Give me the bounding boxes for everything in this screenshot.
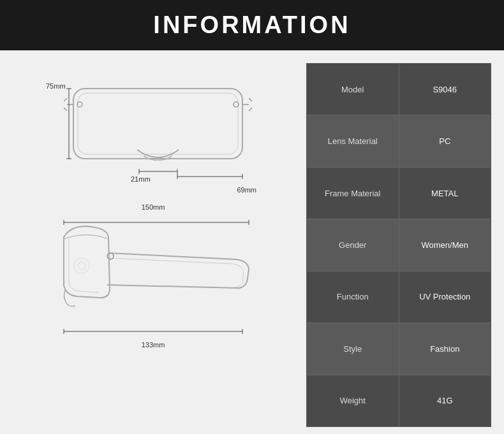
info-label-3: Gender	[307, 219, 399, 270]
info-row-style: StyleFashion	[307, 323, 491, 375]
dimension-69mm: 69mm	[237, 186, 256, 194]
info-label-0: Model	[307, 64, 399, 115]
dimension-150mm: 150mm	[142, 203, 165, 211]
front-view-svg	[64, 82, 252, 181]
main-content: 75mm 21mm 69mm	[0, 50, 504, 433]
info-row-gender: GenderWomen/Men	[307, 219, 491, 271]
front-view-diagram: 75mm 21mm 69mm	[45, 69, 262, 197]
info-label-4: Function	[307, 271, 399, 322]
svg-point-19	[74, 258, 89, 273]
diagrams-section: 75mm 21mm 69mm	[13, 63, 293, 427]
svg-rect-1	[78, 93, 238, 154]
info-row-frame-material: Frame MaterialMETAL	[307, 168, 491, 219]
header-bar: INFORMATION	[0, 0, 504, 50]
info-row-lens-material: Lens MaterialPC	[307, 115, 491, 167]
info-label-5: Style	[307, 323, 399, 374]
info-label-1: Lens Material	[307, 115, 399, 166]
info-value-3: Women/Men	[399, 219, 491, 270]
side-view-svg	[51, 215, 255, 339]
svg-point-20	[78, 262, 85, 270]
info-row-model: ModelS9046	[307, 64, 491, 115]
info-row-function: FunctionUV Protection	[307, 271, 491, 323]
info-label-2: Frame Material	[307, 168, 399, 219]
info-label-6: Weight	[307, 375, 399, 426]
svg-rect-0	[73, 89, 242, 159]
info-value-0: S9046	[399, 64, 491, 115]
info-value-5: Fashion	[399, 323, 491, 374]
info-value-2: METAL	[399, 168, 491, 219]
side-view-diagram: 150mm 133mm	[38, 203, 268, 350]
info-value-6: 41G	[399, 375, 491, 426]
dimension-75mm: 75mm	[46, 82, 66, 90]
page-title: INFORMATION	[153, 11, 350, 38]
info-row-weight: Weight41G	[307, 375, 491, 426]
info-value-1: PC	[399, 115, 491, 166]
dimension-133mm: 133mm	[142, 341, 165, 349]
info-table: ModelS9046Lens MaterialPCFrame MaterialM…	[306, 63, 491, 427]
info-value-4: UV Protection	[399, 271, 491, 322]
